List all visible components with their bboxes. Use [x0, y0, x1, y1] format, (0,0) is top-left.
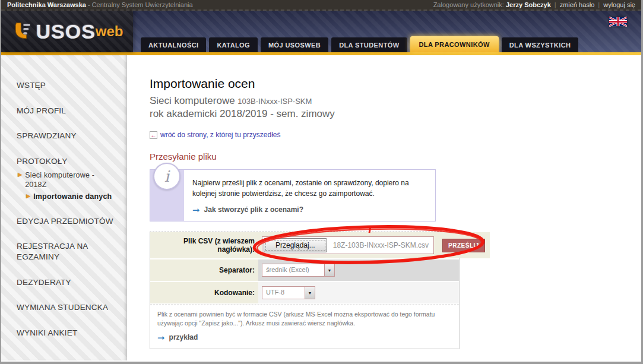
tab-dla-wszystkich[interactable]: DLA WSZYSTKICH: [502, 37, 579, 52]
sidebar: WSTĘP MÓJ PROFIL SPRAWDZIANY PROTOKOŁY ▶…: [1, 55, 127, 360]
file-label: Plik CSV (z wierszem nagłówka):: [150, 232, 258, 258]
top-bar: Politechnika Warszawska - Centralny Syst…: [1, 0, 641, 11]
session-info: Zalogowany użytkownik: Jerzy Sobczyk | z…: [433, 1, 635, 8]
chevron-down-icon: ▼: [324, 264, 334, 276]
info-help-row: ➞ Jak stworzyć plik z ocenami?: [192, 204, 413, 215]
page-title: Importowanie ocen: [150, 77, 641, 91]
tab-dla-pracownikow[interactable]: DLA PRACOWNIKÓW: [410, 36, 499, 52]
submit-button[interactable]: PRZEŚLIJ: [442, 239, 485, 252]
info-box-content: Najpierw prześlij plik z ocenami, zostan…: [184, 170, 422, 221]
sidebar-item-wyniki-ankiet[interactable]: WYNIKI ANKIET: [17, 328, 121, 338]
divider: |: [598, 1, 600, 8]
divider: |: [555, 1, 556, 8]
back-arrow-icon: ←: [150, 131, 157, 139]
section-title: Przesyłanie pliku: [150, 151, 641, 162]
logo-text-suffix: web: [96, 23, 123, 40]
logout-link[interactable]: wyloguj się: [603, 1, 635, 8]
browse-button[interactable]: Przeglądaj...: [264, 238, 327, 252]
tab-katalog[interactable]: KATALOG: [209, 37, 258, 52]
sidebar-item-dezyderaty[interactable]: DEZYDERATY: [17, 277, 121, 288]
usosweb-page: Politechnika Warszawska - Centralny Syst…: [0, 0, 643, 364]
tab-dla-studentow[interactable]: DLA STUDENTÓW: [331, 37, 407, 52]
usos-logo-icon: [11, 21, 32, 42]
sidebar-subitem-importowanie-danych[interactable]: ▶ Importowanie danych: [26, 192, 121, 201]
protokoly-submenu: ▶ Sieci komputerowe - 2018Z ▶ Importowan…: [18, 170, 121, 201]
encoding-label: Kodowanie:: [150, 282, 258, 303]
chevron-down-icon: ▼: [305, 287, 315, 299]
encoding-selected-value: UTF-8: [262, 287, 305, 299]
info-text: Najpierw prześlij plik z ocenami, zostan…: [192, 179, 409, 198]
main-content: Importowanie ocen Sieci komputerowe 103B…: [127, 55, 641, 360]
main-nav: AKTUALNOŚCI KATALOG MÓJ USOSWEB DLA STUD…: [141, 36, 578, 52]
logged-in-label: Zalogowany użytkownik:: [433, 1, 504, 8]
how-to-create-file-link[interactable]: Jak stworzyć plik z ocenami?: [204, 204, 303, 215]
cas-title: Politechnika Warszawska - Centralny Syst…: [7, 1, 193, 8]
sidebar-item-protokoly[interactable]: PROTOKOŁY ▶ Sieci komputerowe - 2018Z ▶ …: [17, 156, 121, 201]
separator-selected-value: średnik (Excel): [262, 264, 324, 276]
sidebar-item-rejestracja-na-egzaminy[interactable]: REJESTRACJA NA EGZAMINY: [17, 241, 112, 262]
sidebar-subitem-sieci-komputerowe[interactable]: ▶ Sieci komputerowe - 2018Z: [18, 170, 121, 190]
institution-name: Politechnika Warszawska: [7, 1, 86, 8]
logo-panel: USOSweb: [1, 11, 133, 52]
logo-text-main: USOS: [36, 20, 95, 43]
file-name-value: 18Z-103B-INxxx-ISP-SKM.csv: [328, 241, 433, 249]
example-link[interactable]: przykład: [169, 333, 198, 341]
info-icon: i: [153, 163, 180, 190]
info-box: i Najpierw prześlij plik z ocenami, zost…: [150, 169, 436, 221]
file-input[interactable]: Przeglądaj... 18Z-103B-INxxx-ISP-SKM.csv: [262, 236, 434, 254]
sidebar-item-wymiana-studencka[interactable]: WYMIANA STUDENCKA: [17, 302, 121, 313]
tab-moj-usosweb[interactable]: MÓJ USOSWEB: [261, 37, 328, 52]
arrow-right-icon: ➞: [157, 333, 165, 342]
note-text: Plik z ocenami powinien być w formacie C…: [157, 310, 436, 328]
upload-form: Plik CSV (z wierszem nagłówka): Przegląd…: [150, 232, 460, 349]
example-row: ➞ przykład: [150, 330, 459, 349]
file-row: Plik CSV (z wierszem nagłówka): Przegląd…: [150, 232, 459, 259]
back-link[interactable]: wróć do strony, z której tu przyszedłeś: [160, 131, 281, 139]
uk-flag-icon[interactable]: [609, 17, 627, 27]
back-link-row: ← wróć do strony, z której tu przyszedłe…: [150, 131, 641, 139]
user-name: Jerzy Sobczyk: [506, 1, 551, 8]
separator-select[interactable]: średnik (Excel) ▼: [262, 264, 335, 277]
tab-aktualnosci[interactable]: AKTUALNOŚCI: [141, 37, 206, 52]
sidebar-item-sprawdziany[interactable]: SPRAWDZIANY: [17, 131, 121, 141]
separator-row: Separator: średnik (Excel) ▼: [150, 259, 459, 282]
encoding-select[interactable]: UTF-8 ▼: [262, 286, 315, 299]
course-line: Sieci komputerowe 103B-INxxx-ISP-SKM: [150, 94, 641, 107]
arrow-right-icon: ➞: [192, 205, 200, 214]
form-note: Plik z ocenami powinien być w formacie C…: [150, 305, 459, 329]
header: USOSweb AKTUALNOŚCI KATALOG MÓJ USOSWEB …: [1, 11, 641, 52]
bullet-arrow-icon: ▶: [18, 172, 22, 190]
course-code: 103B-INxxx-ISP-SKM: [237, 97, 312, 106]
change-password-link[interactable]: zmień hasło: [560, 1, 595, 8]
usosweb-logo[interactable]: USOSweb: [11, 20, 123, 43]
encoding-row: Kodowanie: UTF-8 ▼: [150, 282, 459, 305]
bullet-arrow-icon: ▶: [26, 193, 30, 201]
term-line: rok akademicki 2018/2019 - sem. zimowy: [150, 107, 641, 121]
sidebar-item-wstep[interactable]: WSTĘP: [17, 80, 121, 91]
sidebar-item-edycja-przedmiotow[interactable]: EDYCJA PRZEDMIOTÓW: [17, 216, 121, 227]
course-name: Sieci komputerowe: [150, 95, 235, 106]
system-name: - Centralny System Uwierzytelniania: [86, 1, 193, 8]
separator-label: Separator:: [150, 259, 258, 281]
sidebar-item-moj-profil[interactable]: MÓJ PROFIL: [17, 106, 121, 116]
